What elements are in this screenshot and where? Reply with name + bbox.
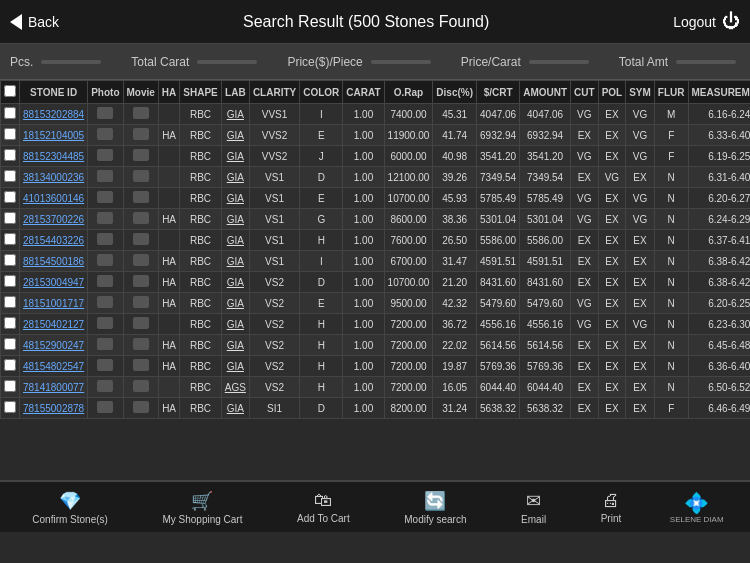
movie-cell[interactable] [123, 167, 158, 188]
stone-id-cell[interactable]: 28154403226 [20, 230, 88, 251]
movie-cell[interactable] [123, 335, 158, 356]
select-all-checkbox[interactable] [4, 85, 16, 97]
photo-cell[interactable] [88, 230, 123, 251]
email-button[interactable]: ✉ Email [515, 486, 552, 529]
stone-id-cell[interactable]: 88154500186 [20, 251, 88, 272]
row-select-checkbox[interactable] [4, 128, 16, 140]
movie-icon[interactable] [133, 338, 149, 350]
stone-id-cell[interactable]: 78155002878 [20, 398, 88, 419]
print-button[interactable]: 🖨 Print [595, 486, 628, 528]
row-select-checkbox[interactable] [4, 338, 16, 350]
back-button[interactable]: Back [10, 14, 59, 30]
stone-id-cell[interactable]: 41013600146 [20, 188, 88, 209]
movie-icon[interactable] [133, 170, 149, 182]
row-select-checkbox[interactable] [4, 212, 16, 224]
stone-id-cell[interactable]: 88152304485 [20, 146, 88, 167]
photo-cell[interactable] [88, 377, 123, 398]
movie-icon[interactable] [133, 128, 149, 140]
photo-cell[interactable] [88, 209, 123, 230]
movie-cell[interactable] [123, 209, 158, 230]
stone-id-cell[interactable]: 48154802547 [20, 356, 88, 377]
row-select-checkbox[interactable] [4, 275, 16, 287]
stone-id-cell[interactable]: 48152900247 [20, 335, 88, 356]
movie-icon[interactable] [133, 380, 149, 392]
photo-cell[interactable] [88, 356, 123, 377]
movie-icon[interactable] [133, 254, 149, 266]
photo-cell[interactable] [88, 146, 123, 167]
movie-icon[interactable] [133, 296, 149, 308]
stone-id-cell[interactable]: 18151001717 [20, 293, 88, 314]
stone-id-cell[interactable]: 28150402127 [20, 314, 88, 335]
stone-id-cell[interactable]: 28153700226 [20, 209, 88, 230]
stone-id-cell[interactable]: 88153202884 [20, 104, 88, 125]
photo-icon[interactable] [97, 149, 113, 161]
shopping-cart-button[interactable]: 🛒 My Shopping Cart [156, 486, 248, 529]
row-select-checkbox[interactable] [4, 254, 16, 266]
photo-icon[interactable] [97, 380, 113, 392]
photo-icon[interactable] [97, 317, 113, 329]
row-select-checkbox[interactable] [4, 107, 16, 119]
photo-icon[interactable] [97, 254, 113, 266]
photo-icon[interactable] [97, 191, 113, 203]
row-select-checkbox[interactable] [4, 317, 16, 329]
photo-icon[interactable] [97, 128, 113, 140]
movie-icon[interactable] [133, 275, 149, 287]
row-select-checkbox[interactable] [4, 401, 16, 413]
row-select-checkbox[interactable] [4, 233, 16, 245]
movie-icon[interactable] [133, 149, 149, 161]
row-select-checkbox[interactable] [4, 191, 16, 203]
stone-id-cell[interactable]: 28153004947 [20, 272, 88, 293]
stone-id-cell[interactable]: 18152104005 [20, 125, 88, 146]
photo-icon[interactable] [97, 359, 113, 371]
photo-cell[interactable] [88, 272, 123, 293]
movie-cell[interactable] [123, 293, 158, 314]
movie-cell[interactable] [123, 230, 158, 251]
photo-cell[interactable] [88, 293, 123, 314]
movie-cell[interactable] [123, 377, 158, 398]
add-to-cart-button[interactable]: 🛍 Add To Cart [291, 486, 356, 528]
photo-cell[interactable] [88, 398, 123, 419]
photo-icon[interactable] [97, 170, 113, 182]
movie-cell[interactable] [123, 125, 158, 146]
movie-cell[interactable] [123, 314, 158, 335]
movie-cell[interactable] [123, 398, 158, 419]
logout-button[interactable]: Logout ⏻ [673, 11, 740, 32]
photo-icon[interactable] [97, 338, 113, 350]
movie-cell[interactable] [123, 356, 158, 377]
movie-icon[interactable] [133, 317, 149, 329]
row-select-checkbox[interactable] [4, 296, 16, 308]
stone-id-cell[interactable]: 38134000236 [20, 167, 88, 188]
modify-search-button[interactable]: 🔄 Modify search [398, 486, 472, 529]
photo-cell[interactable] [88, 188, 123, 209]
movie-cell[interactable] [123, 272, 158, 293]
photo-icon[interactable] [97, 107, 113, 119]
movie-icon[interactable] [133, 401, 149, 413]
photo-cell[interactable] [88, 104, 123, 125]
row-select-checkbox[interactable] [4, 149, 16, 161]
photo-cell[interactable] [88, 125, 123, 146]
row-select-checkbox[interactable] [4, 359, 16, 371]
movie-cell[interactable] [123, 146, 158, 167]
movie-icon[interactable] [133, 212, 149, 224]
movie-icon[interactable] [133, 107, 149, 119]
photo-icon[interactable] [97, 233, 113, 245]
photo-icon[interactable] [97, 275, 113, 287]
photo-cell[interactable] [88, 167, 123, 188]
movie-cell[interactable] [123, 188, 158, 209]
row-select-checkbox[interactable] [4, 380, 16, 392]
movie-icon[interactable] [133, 191, 149, 203]
col-12-cell: 5479.60 [477, 293, 520, 314]
photo-cell[interactable] [88, 335, 123, 356]
photo-icon[interactable] [97, 212, 113, 224]
confirm-stones-button[interactable]: 💎 Confirm Stone(s) [26, 486, 114, 529]
movie-cell[interactable] [123, 251, 158, 272]
row-select-checkbox[interactable] [4, 170, 16, 182]
photo-icon[interactable] [97, 296, 113, 308]
movie-icon[interactable] [133, 359, 149, 371]
photo-icon[interactable] [97, 401, 113, 413]
movie-cell[interactable] [123, 104, 158, 125]
photo-cell[interactable] [88, 251, 123, 272]
movie-icon[interactable] [133, 233, 149, 245]
stone-id-cell[interactable]: 78141800077 [20, 377, 88, 398]
photo-cell[interactable] [88, 314, 123, 335]
